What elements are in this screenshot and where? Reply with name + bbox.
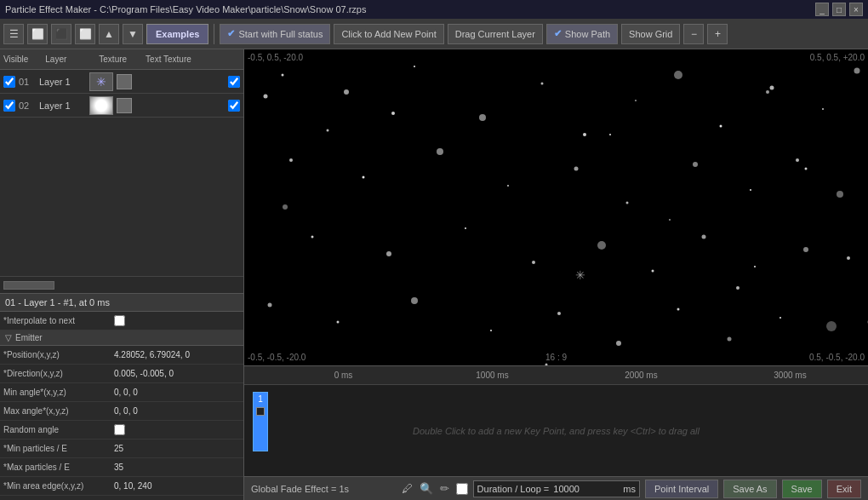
interpolate-checkbox[interactable] bbox=[114, 315, 125, 326]
keypoint-block[interactable]: 1 bbox=[253, 392, 268, 451]
layer-02-num: 02 bbox=[19, 101, 36, 111]
svg-point-24 bbox=[465, 227, 466, 229]
svg-point-25 bbox=[532, 261, 535, 264]
max-particles-value[interactable]: 35 bbox=[114, 463, 240, 472]
canvas-label-br: 0.5, -0.5, -20.0 bbox=[809, 353, 865, 362]
exit-button[interactable]: Exit bbox=[827, 480, 861, 498]
header-layer: Layer bbox=[45, 55, 66, 64]
show-grid-button[interactable]: Show Grid bbox=[621, 24, 680, 44]
bottom-icons: 🖊 🔍 ✏ bbox=[400, 481, 468, 497]
zoom-out-button[interactable]: − bbox=[683, 24, 704, 44]
svg-point-31 bbox=[847, 256, 850, 260]
toolbar-icon-3[interactable]: ⬛ bbox=[51, 24, 71, 44]
svg-point-4 bbox=[541, 83, 544, 85]
keypoint-num: 1 bbox=[258, 393, 263, 404]
cursor-icon[interactable]: 🖊 bbox=[400, 481, 415, 497]
direction-value[interactable]: 0.005, -0.005, 0 bbox=[114, 369, 240, 378]
svg-point-28 bbox=[702, 235, 706, 239]
svg-point-35 bbox=[490, 330, 492, 331]
zoom-in-button[interactable]: + bbox=[707, 24, 728, 44]
examples-button[interactable]: Examples bbox=[146, 24, 208, 44]
title-bar: Particle Effect Maker - C:\Program Files… bbox=[0, 0, 868, 19]
svg-point-55 bbox=[669, 219, 671, 221]
svg-point-70 bbox=[264, 95, 268, 99]
min-angle-value[interactable]: 0, 0, 0 bbox=[114, 388, 240, 397]
start-full-status-button[interactable]: ✔ Start with Full status bbox=[220, 24, 330, 44]
layer-02-text-checkbox[interactable] bbox=[228, 100, 240, 112]
max-particles-label: *Max particles / E bbox=[3, 463, 114, 472]
svg-point-39 bbox=[728, 337, 732, 342]
header-texture: Texture bbox=[99, 55, 127, 64]
minimize-button[interactable]: _ bbox=[815, 3, 829, 16]
min-particles-value[interactable]: 25 bbox=[114, 444, 240, 453]
svg-point-57 bbox=[805, 168, 808, 170]
toolbar-icon-up[interactable]: ▲ bbox=[99, 24, 119, 44]
timeline-body[interactable]: Double Click to add a new Key Point, and… bbox=[244, 385, 868, 476]
svg-point-0 bbox=[282, 74, 284, 77]
svg-point-60 bbox=[545, 364, 548, 366]
min-particles-label: *Min particles / E bbox=[3, 444, 114, 453]
svg-point-2 bbox=[414, 66, 415, 67]
svg-point-22 bbox=[311, 236, 314, 239]
toolbar-icon-1[interactable]: ☰ bbox=[3, 24, 24, 44]
random-angle-checkbox[interactable] bbox=[114, 424, 125, 435]
svg-point-32 bbox=[268, 303, 272, 307]
save-as-button[interactable]: Save As bbox=[723, 480, 776, 498]
svg-point-56 bbox=[736, 286, 740, 290]
svg-point-17 bbox=[626, 202, 629, 204]
duration-label-text: Duration / Loop = bbox=[477, 484, 552, 494]
svg-point-6 bbox=[635, 100, 637, 101]
duration-ms-label: ms bbox=[623, 484, 636, 494]
layer-01-visible-checkbox[interactable] bbox=[3, 76, 15, 88]
toolbar-icon-4[interactable]: ⬜ bbox=[75, 24, 95, 44]
layer-02-texture[interactable] bbox=[89, 96, 113, 115]
min-area-value[interactable]: 0, 10, 240 bbox=[114, 481, 240, 491]
svg-point-40 bbox=[779, 317, 781, 319]
layer-02-visible-checkbox[interactable] bbox=[3, 100, 15, 112]
svg-point-53 bbox=[327, 129, 329, 132]
emitter-toggle-icon[interactable]: ▽ bbox=[5, 333, 12, 342]
show-path-button[interactable]: ✔ Show Path bbox=[546, 24, 618, 44]
toolbar: ☰ ⬜ ⬛ ⬜ ▲ ▼ Examples ✔ Start with Full s… bbox=[0, 19, 868, 49]
add-point-button[interactable]: Click to Add New Point bbox=[334, 24, 443, 44]
min-area-label: *Min area edge(x,y,z) bbox=[3, 481, 114, 491]
toolbar-icon-down[interactable]: ▼ bbox=[123, 24, 143, 44]
props-panel: 01 - Layer 1 - #1, at 0 ms *Interpolate … bbox=[0, 293, 243, 500]
props-title: 01 - Layer 1 - #1, at 0 ms bbox=[0, 294, 243, 312]
edit-icon[interactable]: ✏ bbox=[437, 481, 453, 497]
layer-header: Visible Layer Texture Text Texture bbox=[0, 49, 243, 70]
keypoint-dot[interactable] bbox=[256, 407, 265, 416]
svg-point-21 bbox=[837, 191, 843, 198]
svg-point-11 bbox=[854, 68, 860, 74]
canvas-area[interactable]: -0.5, 0.5, -20.0 0.5, 0.5, +20.0 -0.5, -… bbox=[244, 49, 868, 365]
point-interval-button[interactable]: Point Interval bbox=[645, 480, 718, 498]
particle-canvas: ✳ bbox=[244, 49, 868, 365]
timeline-area: 0 ms 1000 ms 2000 ms 3000 ms Double Clic… bbox=[244, 365, 868, 476]
position-value[interactable]: 4.28052, 6.79024, 0 bbox=[114, 350, 240, 359]
layer-row: 02 Layer 1 bbox=[0, 94, 243, 118]
zoom-icon[interactable]: 🔍 bbox=[419, 481, 434, 497]
layer-01-color[interactable] bbox=[117, 74, 132, 89]
svg-point-54 bbox=[391, 112, 395, 115]
svg-point-34 bbox=[411, 297, 418, 304]
close-button[interactable]: × bbox=[849, 3, 863, 16]
layer-01-texture[interactable]: ✳ bbox=[89, 72, 113, 91]
svg-point-27 bbox=[652, 270, 654, 273]
duration-input[interactable] bbox=[553, 484, 621, 494]
bottom-checkbox[interactable] bbox=[456, 483, 468, 495]
layer-01-text-checkbox[interactable] bbox=[228, 76, 240, 88]
max-angle-value[interactable]: 0, 0, 0 bbox=[114, 406, 240, 416]
max-particles-row: *Max particles / E 35 bbox=[0, 458, 243, 477]
maximize-button[interactable]: □ bbox=[832, 3, 846, 16]
scroll-thumb[interactable] bbox=[3, 281, 54, 290]
left-panel: Visible Layer Texture Text Texture 01 La… bbox=[0, 49, 244, 500]
global-fade-status: Global Fade Effect = 1s bbox=[251, 484, 395, 494]
layer-02-color[interactable] bbox=[117, 98, 132, 113]
timeline-hint: Double Click to add a new Key Point, and… bbox=[413, 426, 700, 436]
save-button[interactable]: Save bbox=[782, 480, 822, 498]
main-area: Visible Layer Texture Text Texture 01 La… bbox=[0, 49, 868, 500]
drag-layer-button[interactable]: Drag Current Layer bbox=[448, 24, 543, 44]
toolbar-icon-2[interactable]: ⬜ bbox=[27, 24, 48, 44]
svg-point-3 bbox=[479, 114, 486, 121]
canvas-ratio: 16 : 9 bbox=[545, 353, 567, 362]
